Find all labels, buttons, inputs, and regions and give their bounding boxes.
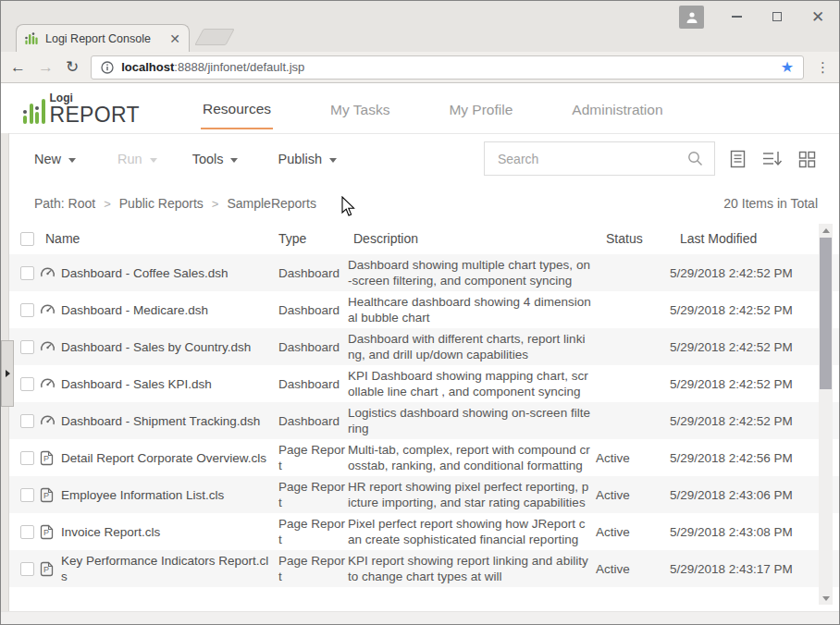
svg-text:P: P [43, 491, 49, 500]
report-name[interactable]: Dashboard - Sales KPI.dsh [61, 376, 273, 392]
chevron-down-icon [329, 158, 337, 163]
back-button[interactable]: ← [10, 59, 26, 75]
table-row[interactable]: P Dashboard - Coffee Sales.dsh Dashboard… [1, 254, 839, 291]
row-checkbox[interactable] [20, 303, 34, 317]
table-row[interactable]: P Dashboard - Shipment Tracking.dsh Dash… [1, 402, 839, 439]
forward-button[interactable]: → [38, 59, 54, 75]
nav-tab-my-tasks[interactable]: My Tasks [328, 88, 391, 129]
report-status: Active [596, 562, 670, 576]
grid-view-icon[interactable] [798, 151, 816, 168]
detail-view-icon[interactable] [729, 150, 747, 168]
view-switcher [729, 150, 816, 168]
minimize-button[interactable] [730, 10, 743, 23]
column-header-name[interactable]: Name [45, 231, 278, 246]
column-header-type[interactable]: Type [278, 231, 353, 246]
logo-bars-icon [23, 94, 45, 126]
logi-report-logo: Logi REPORT [23, 92, 140, 126]
app-toolbar: New Run Tools Publish [1, 134, 839, 184]
table-row[interactable]: P Dashboard - Medicare.dsh Dashboard Hea… [1, 291, 839, 328]
report-name[interactable]: Employee Information List.cls [61, 487, 273, 503]
screen: Logi Report Console ✕ ✕ ← → ↻ [0, 0, 840, 625]
new-menu[interactable]: New [34, 152, 76, 166]
dashboard-icon [40, 302, 56, 318]
report-name[interactable]: Dashboard - Coffee Sales.dsh [61, 265, 273, 281]
browser-menu-icon[interactable]: ⋮ [816, 64, 830, 71]
sort-icon[interactable] [762, 150, 783, 168]
logi-favicon-icon [25, 32, 38, 45]
row-checkbox[interactable] [20, 525, 34, 539]
report-description: Multi-tab, complex, report with compound… [348, 442, 596, 473]
row-checkbox[interactable] [20, 377, 34, 391]
report-status: Active [596, 451, 670, 465]
breadcrumb: Path: Root > Public Reports > SampleRepo… [1, 184, 839, 223]
column-header-description[interactable]: Description [353, 231, 606, 246]
page-content: Logi REPORT Resources My Tasks My Profil… [1, 83, 839, 624]
nav-tab-administration[interactable]: Administration [570, 88, 664, 129]
row-checkbox[interactable] [20, 562, 34, 576]
vertical-scrollbar[interactable] [819, 224, 833, 605]
table-row[interactable]: P Dashboard - Sales by Country.dsh Dashb… [1, 328, 839, 365]
report-name[interactable]: Dashboard - Medicare.dsh [61, 302, 273, 318]
search-input[interactable] [496, 151, 687, 167]
row-checkbox[interactable] [20, 266, 34, 280]
breadcrumb-item-root[interactable]: Root [68, 196, 96, 211]
table-row[interactable]: P Invoice Report.cls Page Report Pixel p… [1, 513, 839, 550]
horizontal-scrollbar[interactable] [1, 611, 839, 624]
run-menu[interactable]: Run [117, 152, 157, 166]
report-last-modified: 5/29/2018 2:43:17 PM [670, 562, 809, 576]
report-description: Pixel perfect report showing how JReport… [348, 516, 596, 547]
url-path: :8888/jinfonet/default.jsp [174, 60, 304, 74]
logo-text-bottom: REPORT [50, 104, 140, 126]
reload-button[interactable]: ↻ [66, 59, 79, 75]
panel-expand-handle[interactable] [1, 340, 14, 407]
report-last-modified: 5/29/2018 2:42:52 PM [670, 414, 809, 428]
tools-menu-label: Tools [192, 152, 224, 166]
maximize-button[interactable] [771, 10, 784, 23]
table-row[interactable]: P Detail Report Corporate Overview.cls P… [1, 439, 839, 476]
dashboard-icon [40, 339, 56, 355]
table-row[interactable]: P Employee Information List.cls Page Rep… [1, 476, 839, 513]
column-header-status[interactable]: Status [606, 231, 680, 246]
expand-arrow-icon [6, 370, 10, 377]
table-row[interactable]: P Key Performance Indicators Report.cls … [1, 550, 839, 587]
report-type: Dashboard [278, 339, 348, 355]
scroll-up-icon[interactable] [819, 224, 833, 237]
browser-tab[interactable]: Logi Report Console ✕ [16, 24, 190, 52]
report-type: Page Report [278, 479, 348, 510]
row-checkbox[interactable] [20, 414, 34, 428]
row-checkbox[interactable] [20, 451, 34, 465]
tab-close-icon[interactable]: ✕ [169, 32, 180, 45]
nav-tab-resources[interactable]: Resources [201, 87, 273, 129]
select-all-checkbox[interactable] [20, 232, 34, 246]
report-last-modified: 5/29/2018 2:42:52 PM [670, 340, 809, 354]
url-bar[interactable]: localhost:8888/jinfonet/default.jsp ★ [91, 55, 804, 80]
row-checkbox[interactable] [20, 488, 34, 502]
chevron-down-icon [150, 158, 157, 163]
row-checkbox[interactable] [20, 340, 34, 354]
search-box[interactable] [484, 141, 715, 176]
report-status: Active [596, 488, 670, 502]
report-last-modified: 5/29/2018 2:43:06 PM [670, 488, 809, 502]
bookmark-star-icon[interactable]: ★ [781, 60, 794, 75]
report-name[interactable]: Dashboard - Shipment Tracking.dsh [61, 413, 273, 429]
breadcrumb-item-public-reports[interactable]: Public Reports [119, 196, 204, 211]
report-name[interactable]: Detail Report Corporate Overview.cls [61, 450, 273, 466]
breadcrumb-item-samplereports[interactable]: SampleReports [227, 196, 316, 211]
person-icon [686, 11, 698, 24]
nav-tab-my-profile[interactable]: My Profile [447, 88, 514, 129]
table-row[interactable]: P Dashboard - Sales KPI.dsh Dashboard KP… [1, 365, 839, 402]
column-header-last-modified[interactable]: Last Modified [680, 231, 819, 246]
new-tab-button[interactable] [194, 29, 235, 45]
publish-menu[interactable]: Publish [278, 152, 337, 166]
search-icon[interactable] [687, 151, 703, 166]
profile-button[interactable] [679, 6, 704, 29]
scrollbar-thumb[interactable] [820, 238, 832, 389]
report-name[interactable]: Key Performance Indicators Report.cls [61, 553, 273, 584]
info-icon[interactable] [101, 61, 114, 74]
report-type: Dashboard [278, 413, 348, 429]
close-button[interactable]: ✕ [811, 10, 824, 23]
scroll-down-icon[interactable] [819, 592, 833, 605]
report-name[interactable]: Dashboard - Sales by Country.dsh [61, 339, 273, 355]
tools-menu[interactable]: Tools [192, 152, 239, 166]
report-name[interactable]: Invoice Report.cls [61, 524, 273, 540]
